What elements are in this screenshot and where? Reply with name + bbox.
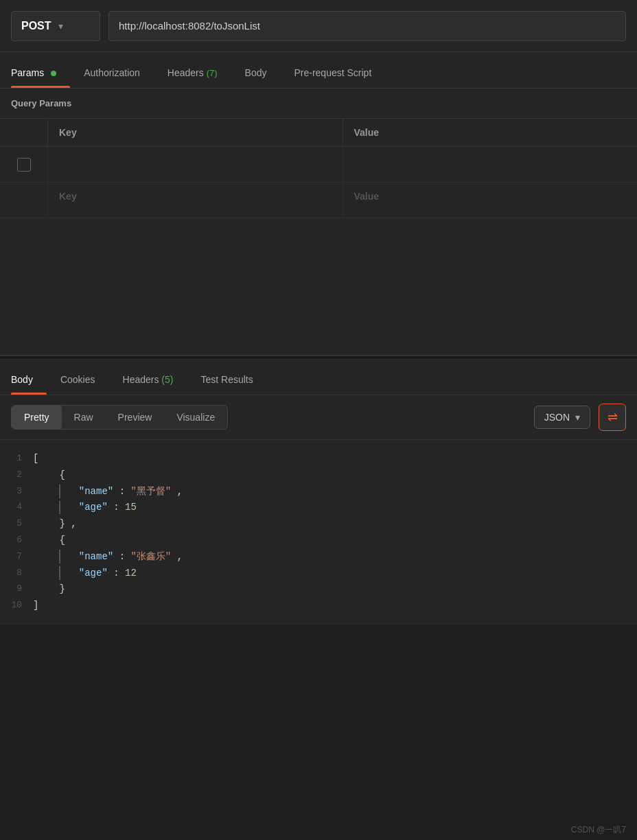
format-visualize-button[interactable]: Visualize — [164, 406, 227, 429]
response-tab-cookies-label: Cookies — [60, 374, 95, 385]
row1-key[interactable] — [48, 147, 343, 182]
response-tab-body-label: Body — [11, 374, 33, 385]
line-number-2: 2 — [5, 467, 33, 482]
request-tabs-section: Params Authorization Headers (7) Body Pr… — [0, 52, 637, 89]
format-raw-button[interactable]: Raw — [62, 406, 106, 429]
page-footer: CSDN @一叽7 — [560, 820, 637, 840]
code-line-9: 9 } — [0, 581, 637, 598]
line-number-6: 6 — [5, 533, 33, 548]
wrap-lines-button[interactable]: ⇌ — [599, 404, 626, 431]
code-content-4: "age" : 15 — [33, 500, 632, 516]
format-pretty-button[interactable]: Pretty — [12, 406, 62, 429]
code-line-1: 1 [ — [0, 451, 637, 467]
line-number-5: 5 — [5, 516, 33, 531]
line-number-10: 10 — [5, 598, 33, 613]
table-row: Key Value — [0, 183, 637, 218]
tab-pre-request[interactable]: Pre-request Script — [280, 58, 385, 88]
table-checkbox-header — [0, 119, 48, 146]
code-content-3: "name" : "黑予督" , — [33, 484, 632, 500]
chevron-down-icon: ▾ — [58, 21, 63, 32]
format-preview-button[interactable]: Preview — [106, 406, 165, 429]
line-number-4: 4 — [5, 500, 33, 515]
row1-value[interactable] — [343, 147, 638, 182]
code-line-6: 6 { — [0, 533, 637, 549]
code-line-7: 7 "name" : "张鑫乐" , — [0, 549, 637, 565]
code-area: 1 [ 2 { 3 "name" : "黑予督" , — [0, 440, 637, 625]
response-tab-body[interactable]: Body — [11, 364, 47, 395]
row2-key[interactable]: Key — [48, 183, 343, 218]
code-line-10: 10 ] — [0, 598, 637, 614]
row1-checkbox[interactable] — [17, 158, 31, 172]
response-tab-test-results[interactable]: Test Results — [187, 364, 266, 395]
line-number-7: 7 — [5, 549, 33, 564]
row2-checkbox-col — [0, 183, 48, 218]
json-selector-label: JSON — [544, 412, 570, 423]
code-content-7: "name" : "张鑫乐" , — [33, 549, 632, 565]
code-content-5: } , — [33, 516, 632, 533]
row2-value[interactable]: Value — [343, 183, 638, 218]
code-content-1: [ — [33, 451, 632, 467]
response-tab-test-results-label: Test Results — [200, 374, 253, 385]
code-content-8: "age" : 12 — [33, 565, 632, 582]
footer-label: CSDN @一叽7 — [571, 825, 626, 835]
tab-authorization-label: Authorization — [84, 67, 140, 78]
table-row — [0, 147, 637, 183]
request-tabs-row: Params Authorization Headers (7) Body Pr… — [11, 52, 626, 88]
wrap-lines-icon: ⇌ — [607, 411, 618, 423]
empty-params-area — [0, 218, 637, 355]
query-params-header: Query Params — [0, 89, 637, 119]
line-number-3: 3 — [5, 484, 33, 499]
code-line-2: 2 { — [0, 467, 637, 484]
code-content-10: ] — [33, 598, 632, 614]
tab-authorization[interactable]: Authorization — [70, 58, 154, 88]
top-bar: POST ▾ http://localhost:8082/toJsonList — [0, 0, 637, 52]
method-label: POST — [21, 20, 51, 32]
params-active-dot — [51, 71, 56, 76]
code-content-6: { — [33, 533, 632, 549]
line-number-8: 8 — [5, 565, 33, 581]
code-line-3: 3 "name" : "黑予督" , — [0, 484, 637, 500]
response-section: Body Cookies Headers (5) Test Results Pr… — [0, 360, 637, 625]
table-value-header: Value — [343, 119, 638, 146]
response-headers-badge: (5) — [161, 374, 173, 385]
response-tab-headers-label: Headers — [123, 374, 162, 385]
format-btn-group: Pretty Raw Preview Visualize — [11, 405, 228, 430]
code-content-2: { — [33, 467, 632, 484]
url-bar[interactable]: http://localhost:8082/toJsonList — [108, 11, 626, 41]
row1-checkbox-col[interactable] — [0, 147, 48, 182]
params-table: Key Value Key Value — [0, 119, 637, 218]
tab-headers[interactable]: Headers (7) — [154, 58, 231, 88]
tab-headers-label: Headers — [167, 67, 207, 78]
code-line-4: 4 "age" : 15 — [0, 500, 637, 516]
code-line-8: 8 "age" : 12 — [0, 565, 637, 582]
response-tab-cookies[interactable]: Cookies — [47, 364, 109, 395]
table-header-row: Key Value — [0, 119, 637, 147]
tab-params-label: Params — [11, 67, 44, 78]
tab-pre-request-label: Pre-request Script — [294, 67, 371, 78]
method-selector[interactable]: POST ▾ — [11, 11, 100, 41]
format-toolbar: Pretty Raw Preview Visualize JSON ▾ ⇌ — [0, 395, 637, 440]
query-params-title: Query Params — [11, 98, 71, 108]
row2-value-placeholder: Value — [354, 191, 380, 202]
row2-key-placeholder: Key — [59, 191, 77, 202]
code-line-5: 5 } , — [0, 516, 637, 533]
url-value: http://localhost:8082/toJsonList — [119, 20, 260, 32]
tab-body-label: Body — [245, 67, 267, 78]
json-chevron-icon: ▾ — [575, 412, 580, 423]
response-tabs-row: Body Cookies Headers (5) Test Results — [0, 360, 637, 395]
table-key-header: Key — [48, 119, 343, 146]
response-tab-headers[interactable]: Headers (5) — [109, 364, 187, 395]
line-number-1: 1 — [5, 451, 33, 466]
code-content-9: } — [33, 581, 632, 598]
line-number-9: 9 — [5, 581, 33, 596]
tab-params[interactable]: Params — [11, 58, 70, 88]
headers-badge: (7) — [207, 68, 218, 78]
tab-body[interactable]: Body — [231, 58, 281, 88]
json-type-selector[interactable]: JSON ▾ — [534, 406, 590, 429]
